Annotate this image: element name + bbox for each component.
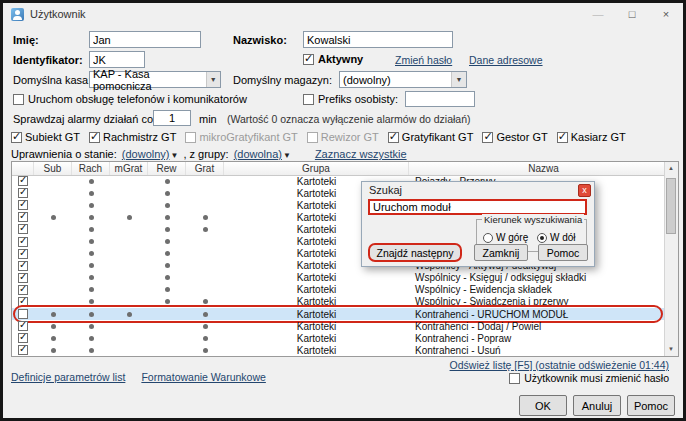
domyslna-kasa-select[interactable]: KAP - Kasa pomocnicza ▼ bbox=[89, 71, 221, 88]
szukaj-query-input[interactable] bbox=[368, 199, 587, 215]
title-bar[interactable]: Użytkownik — □ × bbox=[3, 3, 683, 27]
table-row[interactable]: Kartoteki Wspólnicy - Świadczenia i prze… bbox=[12, 296, 665, 308]
row-checkbox[interactable] bbox=[18, 237, 28, 247]
dane-adresowe-link[interactable]: Dane adresowe bbox=[469, 54, 543, 66]
header-rach[interactable]: Rach bbox=[72, 162, 110, 175]
row-checkbox[interactable] bbox=[18, 176, 28, 186]
identyfikator-field[interactable] bbox=[89, 51, 145, 68]
stan-dropdown[interactable]: (dowolny)▼ bbox=[122, 148, 179, 160]
filter-row: Uprawnienia o stanie: (dowolny)▼ , z gru… bbox=[11, 148, 407, 160]
rew-cell bbox=[148, 324, 186, 329]
product-checkbox[interactable] bbox=[89, 132, 100, 143]
szukaj-pomoc-button[interactable]: Pomoc bbox=[538, 244, 588, 261]
maximize-icon[interactable]: □ bbox=[623, 6, 641, 22]
chevron-down-icon: ▼ bbox=[451, 72, 466, 87]
aktywny-checkbox[interactable] bbox=[303, 54, 314, 65]
pomoc-button[interactable]: Pomoc bbox=[627, 395, 675, 416]
zaznacz-wszystkie-link[interactable]: Zaznacz wszystkie bbox=[315, 148, 407, 160]
product-checkbox-item[interactable]: Gratyfikant GT bbox=[388, 131, 474, 143]
rach-cell bbox=[72, 287, 110, 292]
product-checkbox-item[interactable]: Kasiarz GT bbox=[557, 131, 626, 143]
header-nazwa[interactable]: Nazwa bbox=[409, 162, 678, 175]
definicje-parametrow-link[interactable]: Definicje parametrów list bbox=[11, 371, 125, 383]
row-checkbox[interactable] bbox=[18, 285, 28, 295]
minimize-icon[interactable]: — bbox=[589, 6, 607, 22]
sub-cell bbox=[34, 215, 72, 220]
zmien-haslo-link[interactable]: Zmień hasło bbox=[395, 54, 452, 66]
zmiana-hasla-row: Użytkownik musi zmienić hasło bbox=[509, 372, 669, 384]
szukaj-title[interactable]: Szukaj bbox=[369, 184, 402, 196]
table-row[interactable]: Kartoteki Kontrahenci - Dodaj / Powiel bbox=[12, 320, 665, 332]
radio-w-gore[interactable] bbox=[483, 233, 493, 243]
product-checkbox[interactable] bbox=[482, 132, 493, 143]
prefiks-checkbox[interactable] bbox=[303, 94, 314, 105]
scrollbar-thumb[interactable] bbox=[666, 178, 676, 234]
alarmy-field[interactable] bbox=[153, 110, 191, 126]
header-mgrat[interactable]: mGrat bbox=[110, 162, 148, 175]
product-label: Kasiarz GT bbox=[571, 131, 626, 143]
scroll-down-icon[interactable]: ▼ bbox=[665, 343, 677, 356]
szukaj-close-icon[interactable]: x bbox=[578, 184, 591, 197]
vertical-scrollbar[interactable]: ▲ ▼ bbox=[664, 162, 678, 356]
formatowanie-warunkowe-link[interactable]: Formatowanie Warunkowe bbox=[141, 371, 266, 383]
product-checkbox-item[interactable]: Rachmistrz GT bbox=[89, 131, 176, 143]
grat-cell bbox=[186, 336, 224, 341]
table-row[interactable]: Kartoteki Kontrahenci - URUCHOM MODUŁ bbox=[12, 308, 665, 320]
header-sub[interactable]: Sub bbox=[34, 162, 72, 175]
row-checkbox[interactable] bbox=[18, 200, 28, 210]
product-checkbox[interactable] bbox=[557, 132, 568, 143]
row-checkbox[interactable] bbox=[18, 273, 28, 283]
table-row[interactable]: Kartoteki Kontrahenci - Popraw bbox=[12, 332, 665, 344]
table-row[interactable]: Kartoteki Wspólnicy - Księguj / odksięgu… bbox=[12, 272, 665, 284]
nazwisko-field[interactable] bbox=[303, 31, 453, 48]
row-checkbox[interactable] bbox=[18, 321, 28, 331]
prefiks-checkbox-row: Prefiks osobisty: bbox=[303, 93, 398, 105]
product-checkbox-item[interactable]: mikroGratyfikant GT bbox=[185, 131, 297, 143]
row-checkbox[interactable] bbox=[18, 345, 28, 355]
header-grupa[interactable]: Grupa bbox=[224, 162, 409, 175]
zmiana-hasla-checkbox[interactable] bbox=[509, 373, 520, 384]
product-label: Gratyfikant GT bbox=[402, 131, 474, 143]
domyslny-magazyn-select[interactable]: (dowolny) ▼ bbox=[339, 71, 467, 88]
imie-label: Imię: bbox=[13, 34, 39, 46]
row-checkbox[interactable] bbox=[18, 212, 28, 222]
mgrat-cell bbox=[110, 239, 148, 244]
telefony-checkbox[interactable] bbox=[13, 94, 24, 105]
sub-cell bbox=[34, 348, 72, 353]
product-checkbox-item[interactable]: Subiekt GT bbox=[11, 131, 80, 143]
row-checkbox[interactable] bbox=[18, 249, 28, 259]
ok-button[interactable]: OK bbox=[519, 395, 567, 416]
header-rew[interactable]: Rew bbox=[148, 162, 186, 175]
header-grat[interactable]: Grat bbox=[186, 162, 224, 175]
grupa-dropdown[interactable]: (dowolna)▼ bbox=[234, 148, 291, 160]
row-checkbox[interactable] bbox=[18, 333, 28, 343]
scroll-up-icon[interactable]: ▲ bbox=[665, 162, 677, 175]
row-checkbox[interactable] bbox=[18, 188, 28, 198]
row-checkbox[interactable] bbox=[18, 297, 28, 307]
mgrat-cell bbox=[110, 287, 148, 292]
product-checkbox-item[interactable]: Rewizor GT bbox=[307, 131, 379, 143]
zamknij-button[interactable]: Zamknij bbox=[474, 244, 528, 261]
product-checkbox[interactable] bbox=[11, 132, 22, 143]
sub-cell bbox=[34, 191, 72, 196]
row-checkbox[interactable] bbox=[18, 224, 28, 234]
header-checkbox-col[interactable] bbox=[12, 162, 34, 175]
row-checkbox[interactable] bbox=[18, 261, 28, 271]
grat-cell bbox=[186, 239, 224, 244]
table-row[interactable]: Kartoteki Kontrahenci - Usuń bbox=[12, 344, 665, 356]
product-checkbox[interactable] bbox=[185, 132, 196, 143]
mgrat-cell bbox=[110, 179, 148, 184]
product-checkbox[interactable] bbox=[307, 132, 318, 143]
radio-w-dol[interactable] bbox=[537, 233, 547, 243]
odswiez-liste-link[interactable]: Odśwież listę [F5] (ostatnie odświeżenie… bbox=[450, 359, 669, 371]
product-checkbox-item[interactable]: Gestor GT bbox=[482, 131, 547, 143]
imie-field[interactable] bbox=[89, 31, 201, 48]
product-checkbox[interactable] bbox=[388, 132, 399, 143]
close-icon[interactable]: × bbox=[657, 6, 675, 22]
prefiks-field[interactable] bbox=[405, 91, 475, 107]
znajdz-nastepny-button[interactable]: Znajdź następny bbox=[368, 243, 462, 262]
anuluj-button[interactable]: Anuluj bbox=[573, 395, 621, 416]
table-row[interactable]: Kartoteki Wspólnicy - Ewidencja składek bbox=[12, 284, 665, 296]
row-checkbox[interactable] bbox=[18, 309, 28, 319]
permission-dot-icon bbox=[165, 203, 170, 208]
